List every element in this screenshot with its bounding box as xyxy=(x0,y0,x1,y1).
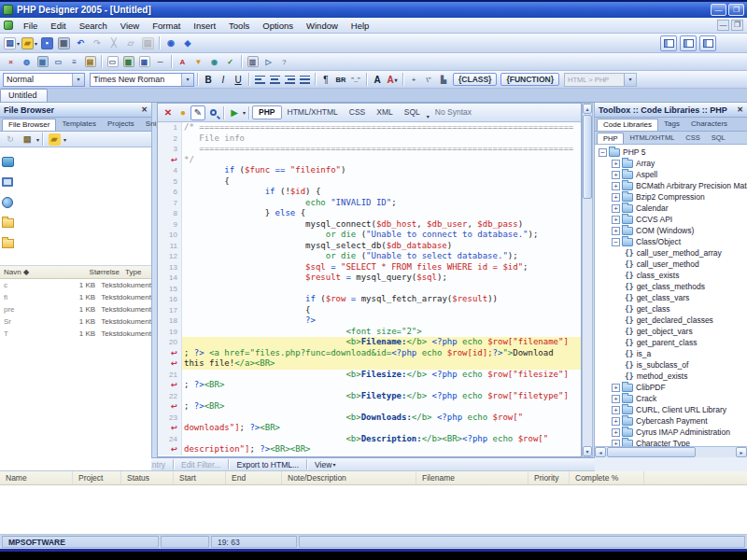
comment-icon[interactable]: ▙ xyxy=(436,72,451,87)
syntax-tab-no-syntax[interactable]: No Syntax xyxy=(430,105,477,119)
tree-item[interactable] xyxy=(2,172,151,192)
close-icon[interactable]: ✕ xyxy=(141,105,148,114)
toggle-left-panel-icon[interactable] xyxy=(660,35,677,51)
minimize-button[interactable]: — xyxy=(711,4,726,16)
syntax-tab-xml[interactable]: XML xyxy=(371,105,398,119)
align-right-button[interactable] xyxy=(282,72,297,87)
tree-item[interactable] xyxy=(2,213,151,233)
align-center-button[interactable] xyxy=(267,72,282,87)
font-select[interactable]: Times New Roman▾ xyxy=(90,73,194,87)
list-icon[interactable]: ≡ xyxy=(66,55,82,69)
tree-item[interactable] xyxy=(2,151,151,172)
tree-node[interactable]: +Character Type xyxy=(595,438,747,446)
expand-icon[interactable]: + xyxy=(612,204,620,213)
chevron-down-icon[interactable]: ▾ xyxy=(35,40,37,47)
code-line[interactable]: 6 if (!$id) { xyxy=(158,187,581,198)
font-size-button[interactable]: A xyxy=(370,72,385,87)
code-library-tree[interactable]: −PHP 5+Array+Aspell+BCMath Arbitrary Pre… xyxy=(595,145,747,446)
tab-templates[interactable]: Templates xyxy=(56,119,101,131)
subtab-html-xhtml[interactable]: HTML/XHTML xyxy=(624,133,680,144)
tree-node[interactable]: {}get_class xyxy=(595,303,747,315)
code-line[interactable]: 13 $sql = "SELECT * FROM files WHERE id … xyxy=(158,262,581,273)
toolbox-hscrollbar[interactable]: ◂ ▸ xyxy=(595,446,747,457)
syntax-tab-sql[interactable]: SQL xyxy=(399,105,426,119)
tree-node[interactable]: {}is_subclass_of xyxy=(595,359,747,371)
code-line[interactable]: 24 <b>Description:</b><BR><?php echo $ro… xyxy=(158,434,581,445)
code-line[interactable]: ↩downloads"]; ?><BR> xyxy=(158,423,581,434)
subtab-css[interactable]: CSS xyxy=(680,133,705,144)
image-icon[interactable]: ▩ xyxy=(35,55,50,69)
bookmark-icon[interactable]: ● xyxy=(176,105,190,120)
tree-node[interactable]: +BCMath Arbitrary Precision Mathe xyxy=(595,180,747,191)
mdi-minimize-icon[interactable]: — xyxy=(717,20,729,31)
tree-node[interactable]: {}is_a xyxy=(595,348,747,359)
tab-file-browser[interactable]: File Browser xyxy=(2,119,56,131)
expand-icon[interactable]: + xyxy=(612,227,620,235)
expand-icon[interactable]: + xyxy=(612,384,620,392)
column-note-description[interactable]: Note/Description xyxy=(282,471,416,484)
column-end[interactable]: End xyxy=(226,471,282,484)
align-left-button[interactable] xyxy=(252,72,267,87)
tree-node[interactable]: +CCVS API xyxy=(595,214,747,225)
export-to-html--button[interactable]: Export to HTML... xyxy=(231,458,304,470)
br-button[interactable]: BR xyxy=(333,72,348,87)
subtab-php[interactable]: PHP xyxy=(597,133,624,144)
column-start[interactable]: Start xyxy=(174,471,226,484)
code-line[interactable]: 14 $result = mysql_query($sql); xyxy=(158,273,581,284)
file-list[interactable]: c1 KBTekstdokumentfi1 KBTekstdokumentpre… xyxy=(0,279,151,340)
search-icon[interactable] xyxy=(205,105,220,120)
chevron-down-icon[interactable]: ▾ xyxy=(332,461,335,468)
open-icon[interactable]: ▰▾ xyxy=(21,35,38,51)
print-icon[interactable]: ▦ xyxy=(55,35,72,51)
column-type[interactable]: Type xyxy=(120,268,151,276)
mdi-restore-icon[interactable]: ❐ xyxy=(731,20,743,31)
syntax-tab-css[interactable]: CSS xyxy=(344,105,371,119)
code-line[interactable]: 23 <b>Downloads:</b> <?php echo $row[" xyxy=(158,413,581,424)
menu-insert[interactable]: Insert xyxy=(187,20,222,32)
column-name[interactable]: Navn ◆ xyxy=(0,268,82,276)
column-status[interactable]: Status xyxy=(121,471,174,484)
new-folder-icon[interactable]: ▰ xyxy=(46,132,63,147)
expand-icon[interactable]: + xyxy=(612,171,620,179)
clipboard-icon[interactable]: ▤ xyxy=(82,55,98,69)
tab-projects[interactable]: Projects xyxy=(102,119,140,131)
expand-icon[interactable]: + xyxy=(612,182,620,190)
menu-view[interactable]: View xyxy=(114,20,146,32)
font-color-button[interactable]: A▾ xyxy=(385,72,400,87)
font-color-icon[interactable]: A xyxy=(175,55,190,69)
tree-node[interactable]: −PHP 5 xyxy=(595,147,747,158)
italic-button[interactable]: I xyxy=(216,72,231,87)
code-area[interactable]: 1/* ====================================… xyxy=(158,122,581,456)
column-complete-[interactable]: Complete % xyxy=(570,471,644,484)
syntax-tab-php[interactable]: PHP xyxy=(252,105,281,119)
code-line[interactable]: 9 mysql_connect($db_host, $db_user, $db_… xyxy=(158,219,581,231)
chevron-down-icon[interactable]: ▾ xyxy=(243,109,246,116)
tree-node[interactable]: +Calendar xyxy=(595,203,747,214)
column-filename[interactable]: Filename xyxy=(416,471,529,484)
tree-node[interactable]: +COM (Windows) xyxy=(595,225,747,236)
code-line[interactable]: 11 mysql_select_db($db_database) xyxy=(158,241,581,252)
code-line[interactable]: 7 echo "INVALID ID"; xyxy=(158,198,581,209)
bold-button[interactable]: B xyxy=(201,72,216,87)
edit-mode-icon[interactable]: ✎ xyxy=(190,105,205,120)
column-project[interactable]: Project xyxy=(73,471,121,484)
chevron-down-icon[interactable]: ▾ xyxy=(36,136,39,143)
tree-node[interactable]: {}get_parent_class xyxy=(595,337,747,348)
tree-node[interactable]: {}method_exists xyxy=(595,371,747,382)
close-file-icon[interactable]: ✕ xyxy=(161,105,176,120)
tree-item[interactable] xyxy=(2,192,151,213)
menu-search[interactable]: Search xyxy=(73,20,114,32)
expand-icon[interactable]: + xyxy=(612,395,620,403)
scroll-up-icon[interactable]: ▴ xyxy=(583,104,592,114)
layer-icon[interactable]: ▭ xyxy=(50,55,66,69)
column-name[interactable]: Name xyxy=(0,471,73,484)
scrollbar-thumb[interactable] xyxy=(583,115,592,199)
globe-icon[interactable]: ◍ xyxy=(19,55,35,69)
chevron-down-icon[interactable]: ▾ xyxy=(181,74,193,86)
column-priority[interactable]: Priority xyxy=(529,471,570,484)
spellcheck-icon[interactable]: ✓ xyxy=(222,55,238,69)
code-line[interactable]: 1/* ====================================… xyxy=(158,122,581,133)
tree-node[interactable]: +Cybercash Payment xyxy=(595,415,747,427)
code-line[interactable]: 19 <font size="2"> xyxy=(158,327,581,338)
refresh-icon[interactable]: ↻ xyxy=(2,132,19,147)
